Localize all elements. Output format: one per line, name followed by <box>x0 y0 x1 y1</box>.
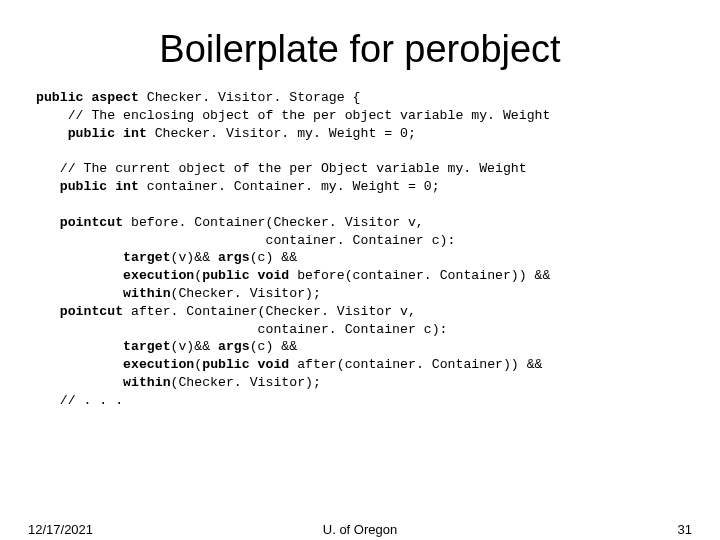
code-text: container. Container c): <box>36 322 448 337</box>
code-text: before(container. Container)) && <box>289 268 550 283</box>
footer-org: U. of Oregon <box>0 522 720 537</box>
code-keyword: public void <box>202 357 289 372</box>
code-text: // The current object of the per Object … <box>36 161 527 176</box>
code-keyword: public aspect <box>36 90 147 105</box>
code-text: // The enclosing object of the per objec… <box>36 108 550 123</box>
code-text: container. Container c): <box>36 233 455 248</box>
code-block: public aspect Checker. Visitor. Storage … <box>0 81 720 410</box>
code-text: (v)&& <box>171 339 218 354</box>
code-text: (Checker. Visitor); <box>171 286 321 301</box>
slide: Boilerplate for perobject public aspect … <box>0 0 720 540</box>
code-text <box>36 375 123 390</box>
code-text: (c) && <box>250 339 297 354</box>
code-keyword: target <box>123 250 170 265</box>
code-keyword: within <box>123 375 170 390</box>
code-keyword: public int <box>68 126 147 141</box>
code-keyword: execution <box>123 357 194 372</box>
code-text: (Checker. Visitor); <box>171 375 321 390</box>
code-text: (c) && <box>250 250 297 265</box>
code-keyword: public void <box>202 268 289 283</box>
code-text: container. Container. my. Weight = 0; <box>139 179 440 194</box>
code-text: before. Container(Checker. Visitor v, <box>123 215 424 230</box>
code-text <box>36 339 123 354</box>
code-text <box>36 250 123 265</box>
code-text <box>36 215 60 230</box>
code-keyword: args <box>218 250 250 265</box>
code-keyword: execution <box>123 268 194 283</box>
slide-title: Boilerplate for perobject <box>0 0 720 81</box>
code-keyword: target <box>123 339 170 354</box>
code-text: Checker. Visitor. Storage { <box>147 90 361 105</box>
code-text: // . . . <box>36 393 123 408</box>
code-text <box>36 286 123 301</box>
code-text: after(container. Container)) && <box>289 357 542 372</box>
code-text <box>36 304 60 319</box>
footer-page: 31 <box>678 522 692 537</box>
code-text <box>36 268 123 283</box>
code-keyword: pointcut <box>60 304 123 319</box>
code-text: Checker. Visitor. my. Weight = 0; <box>147 126 416 141</box>
code-text <box>36 126 68 141</box>
code-keyword: within <box>123 286 170 301</box>
code-keyword: args <box>218 339 250 354</box>
code-keyword: pointcut <box>60 215 123 230</box>
code-text: (v)&& <box>171 250 218 265</box>
code-keyword: public int <box>60 179 139 194</box>
code-text: after. Container(Checker. Visitor v, <box>123 304 416 319</box>
code-text <box>36 179 60 194</box>
code-text <box>36 357 123 372</box>
